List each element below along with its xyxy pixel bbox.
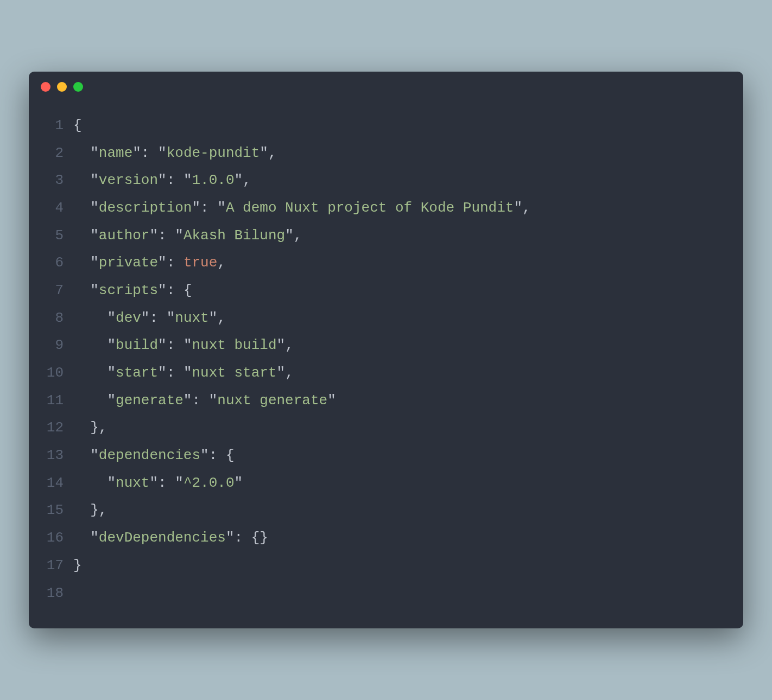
json-key: description — [99, 194, 192, 222]
comma: , — [285, 332, 294, 359]
brace: { — [226, 442, 235, 469]
indent — [73, 359, 107, 387]
line-number: 13 — [34, 442, 73, 469]
colon: : — [158, 469, 175, 497]
json-string: Akash Bilung — [183, 222, 285, 250]
quote: " — [90, 524, 99, 552]
json-string: 1.0.0 — [192, 167, 234, 194]
quote: " — [149, 469, 158, 497]
brace: }, — [90, 414, 107, 442]
line-number: 18 — [34, 580, 73, 607]
quote: " — [107, 469, 116, 497]
json-string: nuxt generate — [217, 387, 327, 415]
code-line: 5 "author": "Akash Bilung", — [34, 222, 727, 250]
comma: , — [268, 139, 277, 167]
brace: }, — [90, 497, 107, 524]
indent — [73, 497, 90, 524]
indent — [73, 524, 90, 552]
code-line: 6 "private": true, — [34, 249, 727, 277]
line-number: 5 — [34, 222, 73, 250]
line-number: 11 — [34, 387, 73, 415]
close-icon[interactable] — [41, 82, 50, 92]
code-line: 15 }, — [34, 497, 727, 524]
comma: , — [522, 194, 531, 222]
quote: " — [90, 139, 99, 167]
line-number: 17 — [34, 552, 73, 580]
json-string: A demo Nuxt project of Kode Pundit — [226, 194, 514, 222]
quote: " — [107, 359, 116, 387]
code-line: 10 "start": "nuxt start", — [34, 359, 727, 387]
indent — [73, 387, 107, 415]
json-key: generate — [116, 387, 183, 415]
colon: : — [209, 442, 226, 469]
json-key: nuxt — [116, 469, 149, 497]
quote: " — [192, 194, 200, 222]
quote: " — [90, 249, 99, 277]
line-number: 15 — [34, 497, 73, 524]
json-key: dependencies — [99, 442, 200, 469]
quote: " — [158, 139, 167, 167]
quote: " — [158, 249, 167, 277]
code-line: 8 "dev": "nuxt", — [34, 304, 727, 332]
indent — [73, 249, 90, 277]
comma: , — [294, 222, 302, 250]
colon: : — [167, 332, 183, 359]
line-number: 8 — [34, 304, 73, 332]
indent — [73, 167, 90, 194]
quote: " — [514, 194, 522, 222]
line-number: 2 — [34, 139, 73, 167]
maximize-icon[interactable] — [73, 82, 83, 92]
colon: : — [158, 222, 175, 250]
editor-window: 1 { 2 "name": "kode-pundit", 3 "version"… — [29, 72, 743, 628]
colon: : — [167, 277, 183, 304]
quote: " — [175, 469, 183, 497]
quote: " — [209, 387, 218, 415]
line-number: 16 — [34, 524, 73, 552]
json-string: nuxt build — [192, 332, 276, 359]
line-number: 12 — [34, 414, 73, 442]
quote: " — [90, 167, 99, 194]
line-number: 9 — [34, 332, 73, 359]
json-string: nuxt start — [192, 359, 276, 387]
quote: " — [90, 194, 99, 222]
json-key: name — [99, 139, 132, 167]
line-number: 4 — [34, 194, 73, 222]
quote: " — [158, 359, 167, 387]
quote: " — [217, 194, 226, 222]
json-boolean: true — [183, 249, 217, 277]
line-number: 6 — [34, 249, 73, 277]
quote: " — [90, 277, 99, 304]
quote: " — [183, 359, 192, 387]
json-string: ^2.0.0 — [183, 469, 235, 497]
colon: : — [167, 167, 183, 194]
brace: { — [183, 277, 192, 304]
quote: " — [132, 139, 141, 167]
code-line: 7 "scripts": { — [34, 277, 727, 304]
json-key: scripts — [99, 277, 158, 304]
quote: " — [260, 139, 268, 167]
quote: " — [235, 167, 243, 194]
quote: " — [107, 387, 116, 415]
quote: " — [107, 332, 116, 359]
quote: " — [158, 167, 167, 194]
quote: " — [183, 387, 192, 415]
code-line: 11 "generate": "nuxt generate" — [34, 387, 727, 415]
json-key: start — [116, 359, 158, 387]
quote: " — [107, 304, 116, 332]
quote: " — [90, 442, 99, 469]
minimize-icon[interactable] — [57, 82, 67, 92]
quote: " — [277, 359, 286, 387]
json-string: nuxt — [175, 304, 208, 332]
colon: : — [167, 249, 183, 277]
code-line: 17 } — [34, 552, 727, 580]
line-number: 7 — [34, 277, 73, 304]
quote: " — [167, 304, 175, 332]
indent — [73, 194, 90, 222]
line-number: 14 — [34, 469, 73, 497]
indent — [73, 139, 90, 167]
brace: {} — [251, 524, 268, 552]
code-block[interactable]: 1 { 2 "name": "kode-pundit", 3 "version"… — [29, 102, 743, 612]
comma: , — [217, 304, 226, 332]
quote: " — [235, 469, 243, 497]
quote: " — [158, 277, 167, 304]
